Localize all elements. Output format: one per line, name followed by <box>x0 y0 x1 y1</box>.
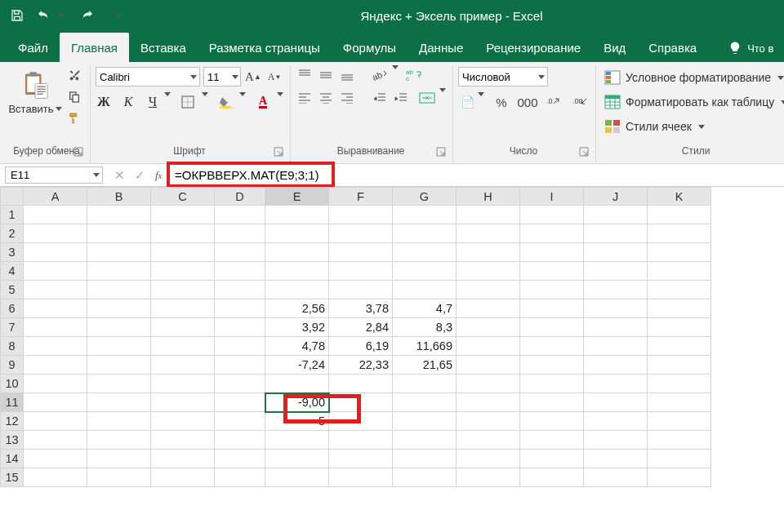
merge-center-icon[interactable] <box>418 90 436 106</box>
grid-row[interactable]: 13 <box>1 431 711 450</box>
cell[interactable] <box>457 393 520 412</box>
cell[interactable] <box>215 281 265 299</box>
cell[interactable] <box>24 450 87 468</box>
cell[interactable] <box>215 299 265 318</box>
cell[interactable] <box>87 243 151 262</box>
row-header[interactable]: 2 <box>1 224 24 243</box>
align-left-icon[interactable] <box>296 90 314 106</box>
cell[interactable] <box>329 281 393 299</box>
row-header[interactable]: 6 <box>1 299 24 318</box>
col-header[interactable]: J <box>584 188 648 206</box>
font-size-combo[interactable] <box>203 67 241 86</box>
orientation-dropdown-icon[interactable] <box>392 69 399 82</box>
decrease-decimal-icon[interactable]: .00 <box>571 93 589 111</box>
italic-button[interactable]: К <box>120 95 136 109</box>
number-format-combo[interactable] <box>458 67 548 86</box>
cut-icon[interactable] <box>65 67 83 85</box>
cell[interactable] <box>393 393 457 412</box>
cell[interactable] <box>151 450 215 468</box>
cell[interactable] <box>584 337 648 356</box>
cell[interactable] <box>329 375 393 393</box>
grid-row[interactable]: 73,922,848,3 <box>1 318 711 337</box>
cell[interactable] <box>393 206 457 224</box>
row-header[interactable]: 4 <box>1 262 24 281</box>
number-format-value[interactable] <box>459 71 536 83</box>
cell[interactable] <box>215 318 265 337</box>
cell[interactable] <box>393 224 457 243</box>
redo-icon[interactable] <box>80 8 95 23</box>
cell[interactable]: 22,33 <box>329 356 393 375</box>
col-header[interactable]: K <box>648 188 711 206</box>
tab-formulas[interactable]: Формулы <box>332 33 408 62</box>
row-header[interactable]: 12 <box>1 412 24 431</box>
percent-icon[interactable]: % <box>492 93 510 111</box>
cell[interactable] <box>87 299 151 318</box>
accounting-format-icon[interactable]: 📄 <box>458 93 476 111</box>
cell[interactable] <box>24 431 87 450</box>
cell[interactable]: 3,92 <box>265 318 329 337</box>
cell[interactable] <box>520 412 584 431</box>
cell[interactable] <box>329 468 393 487</box>
align-top-icon[interactable] <box>296 67 314 83</box>
cell[interactable] <box>151 243 215 262</box>
cell[interactable] <box>520 431 584 450</box>
cell[interactable] <box>329 206 393 224</box>
decrease-font-icon[interactable]: A▼ <box>265 68 283 86</box>
cell[interactable] <box>87 375 151 393</box>
cell[interactable]: 8,3 <box>393 318 457 337</box>
cell[interactable] <box>648 243 711 262</box>
cell[interactable] <box>457 356 520 375</box>
cell[interactable] <box>24 281 87 299</box>
cell[interactable] <box>215 243 265 262</box>
tab-data[interactable]: Данные <box>408 33 474 62</box>
copy-icon[interactable] <box>65 88 83 106</box>
cell[interactable] <box>215 375 265 393</box>
grid-row[interactable]: 15 <box>1 468 711 487</box>
cell[interactable] <box>24 224 87 243</box>
row-header[interactable]: 8 <box>1 337 24 356</box>
cell[interactable] <box>215 468 265 487</box>
cell[interactable] <box>393 450 457 468</box>
cell[interactable]: 3,78 <box>329 299 393 318</box>
cell[interactable] <box>87 431 151 450</box>
increase-decimal-icon[interactable]: .0 <box>545 93 563 111</box>
cell[interactable]: 4,7 <box>393 299 457 318</box>
grid-row[interactable]: 11-9,00 <box>1 393 711 412</box>
borders-dropdown-icon[interactable] <box>202 96 208 109</box>
increase-font-icon[interactable]: A▲ <box>244 68 262 86</box>
cell[interactable] <box>457 431 520 450</box>
cell[interactable] <box>215 206 265 224</box>
grid-row[interactable]: 2 <box>1 224 711 243</box>
cell[interactable]: 6,19 <box>329 337 393 356</box>
grid-row[interactable]: 3 <box>1 243 711 262</box>
dialog-launcher-icon[interactable] <box>274 147 283 157</box>
cell[interactable] <box>648 318 711 337</box>
cell[interactable] <box>87 337 151 356</box>
cell[interactable] <box>520 299 584 318</box>
cell[interactable] <box>329 450 393 468</box>
cell[interactable]: 2,56 <box>265 299 329 318</box>
formula-input[interactable]: =ОКРВВЕРХ.МАТ(E9;3;1) <box>170 164 784 186</box>
cell[interactable] <box>457 224 520 243</box>
cell[interactable] <box>329 431 393 450</box>
cell[interactable] <box>151 206 215 224</box>
cell[interactable] <box>648 375 711 393</box>
grid-row[interactable]: 5 <box>1 281 711 299</box>
cell[interactable] <box>648 412 711 431</box>
paste-button[interactable]: Вставить <box>10 67 60 115</box>
cell[interactable] <box>393 262 457 281</box>
row-header[interactable]: 15 <box>1 468 24 487</box>
grid-row[interactable]: 10 <box>1 375 711 393</box>
cell[interactable] <box>87 318 151 337</box>
cell[interactable] <box>329 224 393 243</box>
cell[interactable] <box>520 393 584 412</box>
row-header[interactable]: 9 <box>1 356 24 375</box>
cell[interactable] <box>151 337 215 356</box>
cell[interactable] <box>87 281 151 299</box>
fill-color-dropdown-icon[interactable] <box>239 96 246 109</box>
cell[interactable]: 11,669 <box>393 337 457 356</box>
cell[interactable] <box>393 375 457 393</box>
cell[interactable] <box>457 299 520 318</box>
accounting-dropdown-icon[interactable] <box>478 96 484 109</box>
cell[interactable] <box>151 224 215 243</box>
